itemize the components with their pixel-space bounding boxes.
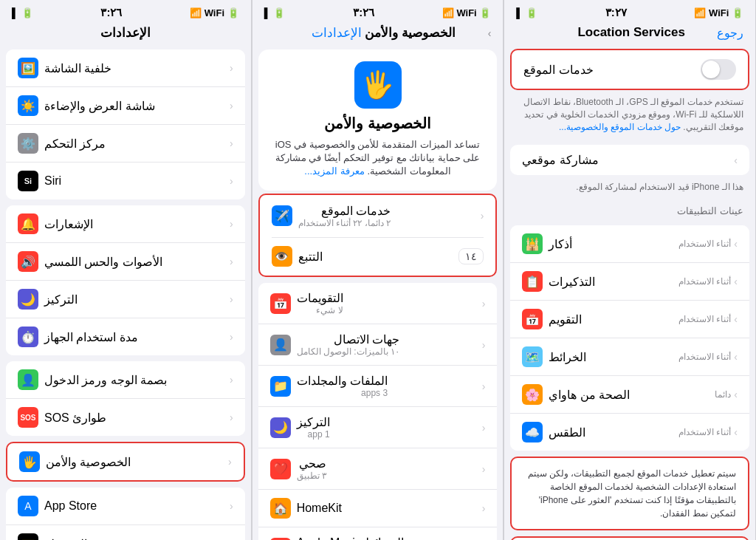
privacy-label: الخصوصية والأمن (46, 455, 131, 469)
location-item[interactable]: ‹ خدمات الموقع ٢ دائما، ٢٢ أثناء الاستخد… (260, 195, 496, 237)
status-signal-2: ▌ 🔋 (264, 7, 286, 18)
screen-time-item[interactable]: ‹ مدة استخدام الجهاز ⏱️ (6, 318, 245, 355)
siri-label: Siri (44, 174, 61, 188)
notifications-icon: 🔔 (18, 213, 38, 234)
tracking-icon: 👁️ (272, 246, 292, 267)
music-item[interactable]: ‹ الوسائط Apple Music 3 apps 🎵 (258, 527, 498, 540)
list-item[interactable]: ›أثناء الاستخدام التقويم 📅 (510, 300, 749, 338)
list-item[interactable]: ›أثناء الاستخدام التذكيرات 📋 (510, 262, 749, 300)
control-center-item[interactable]: ‹ مركز التحكم ⚙️ (6, 124, 245, 162)
health-icon: ❤️ (270, 459, 291, 479)
item-label: التذكيرات (549, 275, 595, 289)
tracking-badge: ١٤ (458, 248, 484, 264)
nav-bar-2: › الخصوصية والأمن الإعدادات (252, 22, 504, 47)
sounds-item[interactable]: ‹ الأصوات والحس اللمسي 🔊 (6, 242, 245, 280)
list-item[interactable]: ›أثناء الاستخدام الطقس ☁️ (510, 413, 749, 451)
focus-item[interactable]: ‹ التركيز 1 app 🌙 (258, 406, 498, 448)
wallpaper-icon: 🖼️ (18, 58, 38, 78)
status-time-1: ٣:٢٧ (605, 6, 627, 19)
faceid-item[interactable]: ‹ بصمة الوجه ورمز الدخول 👤 (6, 361, 245, 398)
screen-time-label: مدة استخدام الجهاز (44, 330, 138, 344)
breadcrumb-link[interactable]: الإعدادات (312, 25, 362, 41)
panel-settings: ▌ 🔋 ٣:٢٦ 📶 WiFi 🔋 الإعدادات ‹ خلفية الشا… (0, 0, 252, 540)
status-battery-3: 📶 WiFi 🔋 (190, 7, 239, 18)
promo-title: الخصوصية والأمن (324, 115, 431, 132)
files-item[interactable]: ‹ الملفات والمجلدات 3 apps 📁 (258, 365, 498, 406)
nav-bar-3: الإعدادات (0, 22, 251, 47)
privacy-icon: 🖐️ (19, 451, 40, 472)
promo-link[interactable]: معرفة المزيد... (304, 165, 364, 177)
status-bar-1: ▌ 🔋 ٣:٢٧ 📶 WiFi 🔋 (504, 0, 755, 22)
item-label: الخرائط (549, 350, 586, 364)
item-label: الصحة من هاواي (549, 388, 630, 402)
panel-location-services: ▌ 🔋 ٣:٢٧ 📶 WiFi 🔋 رجوع Location Services… (504, 0, 756, 540)
item-label: التقويم (549, 312, 582, 327)
wallet-item[interactable]: ‹ المحفظة 💳 (6, 524, 245, 540)
status-battery-1: 📶 WiFi 🔋 (694, 7, 743, 18)
contacts-item[interactable]: ‹ جهات الاتصال ١٠ بالميزات: الوصول الكام… (258, 324, 498, 365)
list-item[interactable]: ›دائما الصحة من هاواي 🌸 (510, 375, 749, 413)
item-icon: ☁️ (522, 422, 543, 442)
display-item[interactable]: ‹ شاشة العرض والإضاءة ☀️ (6, 86, 245, 124)
nav-title-1: Location Services (577, 25, 685, 40)
sos-item[interactable]: ‹ طوارئ SOS SOS (6, 398, 245, 436)
files-icon: 📁 (270, 376, 291, 397)
wallpaper-item[interactable]: ‹ خلفية الشاشة 🖼️ (6, 49, 245, 86)
location-toggle-row[interactable]: خدمات الموقع (523, 50, 736, 89)
share-location-label: مشاركة موقعي (522, 153, 598, 167)
location-toggle-switch[interactable] (701, 59, 736, 80)
display-icon: ☀️ (18, 95, 38, 116)
status-battery-2: 📶 WiFi 🔋 (442, 7, 492, 18)
notifications-item[interactable]: ‹ الإشعارات 🔔 (6, 205, 245, 242)
screen-time-icon: ⏱️ (18, 327, 38, 347)
app-permissions-section: ‹ التقويمات لا شيء 📅 ‹ جهات الاتصال ١٠ ب… (258, 283, 498, 540)
location-sub: ٢ دائما، ٢٢ أثناء الاستخدام (298, 218, 391, 228)
nav-bar-1: رجوع Location Services (504, 22, 755, 46)
faceid-icon: 👤 (18, 369, 38, 390)
chevron-icon: › (734, 154, 738, 166)
calendars-item[interactable]: ‹ التقويمات لا شيء 📅 (258, 283, 498, 324)
siri-icon: Si (18, 171, 38, 191)
item-icon: 📅 (522, 309, 543, 329)
wallpaper-label: خلفية الشاشة (44, 61, 111, 75)
display-label: شاشة العرض والإضاءة (44, 99, 155, 113)
siri-item[interactable]: ‹ Siri Si (6, 162, 245, 199)
nav-title-3: الإعدادات (100, 25, 151, 41)
status-bar-3: ▌ 🔋 ٣:٢٦ 📶 WiFi 🔋 (0, 0, 251, 22)
privacy-link[interactable]: حول خدمات الموقع والخصوصية... (559, 122, 681, 132)
homekit-item[interactable]: ‹ HomeKit 🏠 (258, 489, 498, 527)
calendar-icon: 📅 (270, 293, 291, 314)
sos-label: طوارئ SOS (44, 411, 106, 425)
dialog-box: سيتم تعطيل خدمات الموقع لجميع التطبيقات،… (510, 457, 749, 530)
app-items-section: ›أثناء الاستخدام أذكار 🕌 ›أثناء الاستخدا… (510, 225, 749, 451)
item-icon: 🕌 (522, 233, 543, 254)
location-desc: تستخدم خدمات الموقع الـ GPS، الـ Bluetoo… (504, 93, 755, 139)
homekit-icon: 🏠 (270, 498, 291, 519)
list-item[interactable]: ›أثناء الاستخدام الخرائط 🗺️ (510, 338, 749, 375)
status-time-2: ٣:٢٦ (353, 6, 374, 19)
share-location-section: › مشاركة موقعي (510, 145, 749, 175)
app-section-header: عينات التطبيقات (504, 199, 755, 219)
sos-icon: SOS (18, 407, 38, 428)
appstore-item[interactable]: ‹ App Store A (6, 488, 245, 524)
nav-back-1[interactable]: رجوع (717, 26, 743, 40)
privacy-section: ‹ الخصوصية والأمن 🖐️ (6, 442, 245, 482)
tracking-label: التتبع (298, 250, 323, 264)
sounds-label: الأصوات والحس اللمسي (44, 255, 162, 269)
stop-button[interactable]: إيقاف (510, 536, 749, 540)
promo-desc: تساعد الميزات المتقدمة للأمن والخصوصية ف… (270, 138, 486, 179)
tracking-item[interactable]: ١٤ التتبع 👁️ (260, 237, 496, 276)
location-title: خدمات الموقع (298, 204, 391, 218)
status-bar-2: ▌ 🔋 ٣:٢٦ 📶 WiFi 🔋 (252, 0, 504, 22)
sounds-icon: 🔊 (18, 251, 38, 272)
list-item[interactable]: ›أثناء الاستخدام أذكار 🕌 (510, 225, 749, 262)
focus-settings-label: التركيز (44, 293, 78, 307)
item-label: الطقس (549, 425, 585, 440)
panel-privacy-security: ▌ 🔋 ٣:٢٦ 📶 WiFi 🔋 › الخصوصية والأمن الإع… (252, 0, 504, 540)
privacy-item[interactable]: ‹ الخصوصية والأمن 🖐️ (7, 443, 244, 480)
focus-settings-item[interactable]: ‹ التركيز 🌙 (6, 280, 245, 318)
appstore-icon: A (18, 496, 38, 516)
health-item[interactable]: ‹ صحي ٣ تطبيق ❤️ (258, 448, 498, 489)
share-location-item[interactable]: › مشاركة موقعي (510, 145, 749, 175)
control-center-label: مركز التحكم (44, 137, 106, 151)
